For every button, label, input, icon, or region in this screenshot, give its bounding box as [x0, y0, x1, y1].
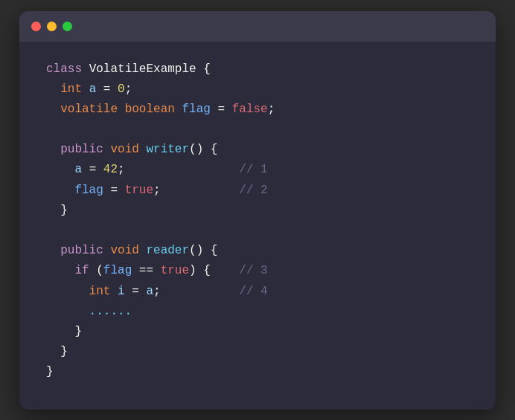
code-line-4 — [46, 120, 469, 140]
code-line-7: flag = true; // 2 — [46, 181, 469, 201]
minimize-button[interactable] — [47, 22, 57, 31]
code-area: class VolatileExample { int a = 0; volat… — [19, 42, 496, 410]
code-line-2: int a = 0; — [46, 80, 469, 100]
code-line-15: } — [46, 342, 469, 362]
code-line-8: } — [46, 201, 469, 221]
code-line-10: public void reader() { — [46, 241, 469, 261]
code-line-14: } — [46, 322, 469, 342]
code-line-1: class VolatileExample { — [46, 59, 469, 80]
code-line-6: a = 42; // 1 — [46, 160, 469, 180]
maximize-button[interactable] — [63, 22, 72, 31]
title-bar — [19, 11, 496, 42]
code-line-9 — [46, 221, 469, 241]
code-line-11: if (flag == true) { // 3 — [46, 261, 469, 281]
code-line-16: } — [46, 362, 469, 382]
code-window: class VolatileExample { int a = 0; volat… — [19, 11, 496, 410]
close-button[interactable] — [31, 22, 41, 31]
code-line-13: ...... — [46, 302, 469, 322]
code-line-12: int i = a; // 4 — [46, 282, 469, 302]
code-line-3: volatile boolean flag = false; — [46, 100, 469, 120]
code-line-5: public void writer() { — [46, 140, 469, 160]
